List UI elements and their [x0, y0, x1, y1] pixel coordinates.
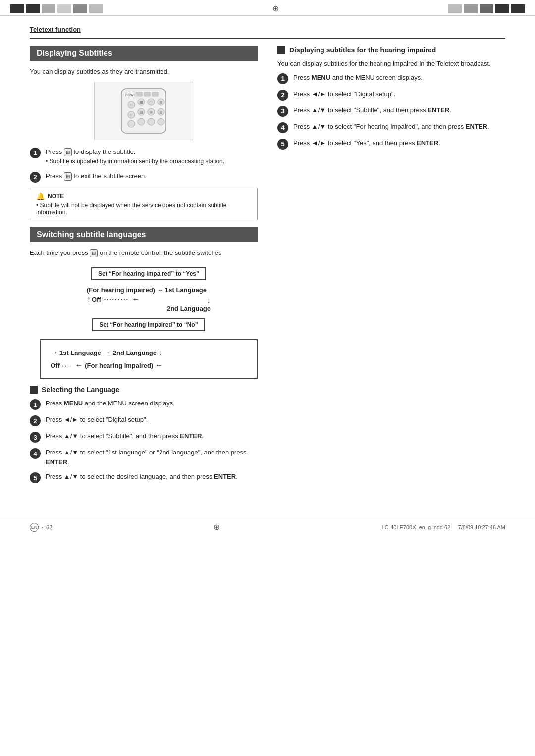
hearing-impaired-label: (For hearing impaired) → 1st Language — [87, 286, 207, 294]
note-body: Subtitle will not be displayed when the … — [36, 202, 226, 216]
blank-spacer — [140, 296, 161, 303]
section-heading: Teletext function — [30, 26, 505, 33]
reg-box-r5 — [511, 4, 525, 13]
step-item-1: 1 Press ⊞ to display the subtitle. • Sub… — [30, 147, 258, 166]
off-label-2: Off — [51, 362, 60, 369]
svg-point-21 — [128, 120, 135, 127]
off-row: ↑ Off ········· ← — [87, 295, 161, 303]
h-num-2: 2 — [277, 90, 288, 101]
second-lang-col: ↓ 2nd Language — [167, 296, 211, 312]
h-num-5: 5 — [277, 139, 288, 150]
set-yes-box: Set “For hearing impaired” to “Yes” — [91, 267, 206, 280]
file-info-text: LC-40LE700X_en_g.indd 62 — [381, 524, 450, 530]
first-lang-2: 1st Language — [59, 349, 101, 356]
display-subtitle-steps: 1 Press ⊞ to display the subtitle. • Sub… — [30, 147, 258, 183]
svg-text:○: ○ — [130, 113, 132, 117]
reg-box-r4 — [495, 4, 509, 13]
down-arrow-icon: ↓ — [207, 296, 211, 305]
svg-point-24 — [158, 118, 164, 125]
reg-box-r1 — [448, 4, 462, 13]
sel-text-4: Press ▲/▼ to select "1st language" or "2… — [46, 448, 258, 467]
step-text-1: Press ⊞ to display the subtitle. • Subti… — [46, 147, 224, 166]
left-column: Displaying Subtitles You can display sub… — [30, 46, 258, 488]
reg-box-2 — [26, 4, 40, 13]
step-text-2: Press ⊞ to exit the subtitle screen. — [46, 171, 147, 181]
lang-loop-diagram: → 1st Language → 2nd Language ↓ Off ····… — [40, 339, 258, 379]
lang-loop-bottom: Off ···· ← (For hearing impaired) ← — [51, 361, 247, 370]
off-label: Off — [92, 296, 101, 303]
reg-box-4 — [57, 4, 71, 13]
reg-box-r3 — [480, 4, 493, 13]
hearing-step-2: 2 Press ◄/► to select "Digital setup". — [277, 89, 505, 101]
sel-text-2: Press ◄/► to select "Digital setup". — [46, 415, 148, 425]
sel-step-5: 5 Press ▲/▼ to select the desired langua… — [30, 472, 258, 483]
for-hearing-2: (For hearing impaired) — [85, 362, 153, 369]
h-text-4: Press ▲/▼ to select "For hearing impaire… — [293, 122, 489, 132]
sel-text-5: Press ▲/▼ to select the desired language… — [46, 472, 238, 482]
svg-rect-4 — [152, 92, 158, 96]
reg-marks-right — [448, 4, 525, 13]
sel-num-5: 5 — [30, 472, 41, 483]
black-square-icon — [30, 386, 38, 394]
reg-box-5 — [73, 4, 87, 13]
black-square-hearing-icon — [277, 46, 285, 54]
page-footer: EN · 62 ⊕ LC-40LE700X_en_g.indd 62 7/8/0… — [0, 518, 535, 536]
note-header: 🔔 NOTE — [36, 192, 251, 200]
h-num-4: 4 — [277, 122, 288, 133]
dot-separator: · — [42, 524, 43, 530]
displaying-subtitles-title: Displaying Subtitles — [30, 46, 258, 61]
sel-text-3: Press ▲/▼ to select "Subtitle", and then… — [46, 431, 204, 441]
reg-box-6 — [89, 4, 103, 13]
h-text-3: Press ▲/▼ to select "Subtitle", and then… — [293, 105, 451, 115]
h-text-2: Press ◄/► to select "Digital setup". — [293, 89, 395, 99]
h-num-3: 3 — [277, 106, 288, 117]
hearing-step-4: 4 Press ▲/▼ to select "For hearing impai… — [277, 122, 505, 133]
sel-num-4: 4 — [30, 448, 41, 459]
date-info-text: 7/8/09 10:27:46 AM — [458, 524, 505, 530]
step-num-2: 2 — [30, 172, 41, 183]
h-num-1: 1 — [277, 73, 288, 84]
sel-num-3: 3 — [30, 432, 41, 443]
switching-intro: Each time you press ⊞ on the remote cont… — [30, 248, 258, 258]
sel-step-3: 3 Press ▲/▼ to select "Subtitle", and th… — [30, 431, 258, 443]
switching-title-bar: Switching subtitle languages — [30, 227, 258, 242]
note-text: • — [36, 202, 40, 209]
second-lang-2: 2nd Language — [113, 349, 157, 356]
footer-crosshair: ⊕ — [214, 522, 220, 532]
section-rule — [30, 38, 505, 39]
page-content: Teletext function Displaying Subtitles Y… — [0, 16, 535, 508]
hearing-section-title: Displaying subtitles for the hearing imp… — [277, 46, 505, 54]
page-header: ⊕ — [0, 0, 535, 16]
remote-diagram: POWER ⋯ ▦ □ ▤ — [94, 82, 193, 140]
hearing-intro: You can display subtitles for the hearin… — [277, 59, 505, 69]
set-no-box: Set “For hearing impaired” to “No” — [92, 318, 205, 331]
step-num-1: 1 — [30, 148, 41, 158]
sel-num-1: 1 — [30, 399, 41, 410]
selecting-steps: 1 Press MENU and the MENU screen display… — [30, 399, 258, 483]
step-item-2: 2 Press ⊞ to exit the subtitle screen. — [30, 171, 258, 183]
svg-text:▨: ▨ — [140, 110, 143, 114]
selecting-lang-title: Selecting the Language — [30, 386, 258, 394]
dots-icon: ········· — [104, 296, 129, 303]
right-column: Displaying subtitles for the hearing imp… — [277, 46, 505, 488]
up-arrow-icon: ↑ — [87, 295, 91, 303]
svg-text:▤: ▤ — [160, 101, 163, 104]
reg-box-1 — [10, 4, 24, 13]
sel-step-1: 1 Press MENU and the MENU screen display… — [30, 399, 258, 410]
reg-box-r2 — [464, 4, 478, 13]
sel-text-1: Press MENU and the MENU screen displays. — [46, 399, 175, 408]
down-end-arrow: ↓ — [159, 348, 162, 357]
svg-point-23 — [148, 118, 155, 125]
hearing-steps: 1 Press MENU and the MENU screen display… — [277, 73, 505, 150]
svg-text:▦: ▦ — [140, 101, 143, 104]
lang-loop-top: → 1st Language → 2nd Language ↓ — [51, 348, 247, 357]
reg-box-3 — [42, 4, 55, 13]
note-label: NOTE — [48, 193, 64, 200]
left-arrow-icon: ← — [132, 295, 140, 303]
dots-2: ···· — [62, 362, 73, 369]
page-number-area: EN · 62 — [30, 523, 52, 532]
sel-num-2: 2 — [30, 415, 41, 426]
hearing-lang-row: (For hearing impaired) → 1st Language ↑ … — [40, 286, 258, 312]
lang-diagram: Set “For hearing impaired” to “Yes” (For… — [40, 264, 258, 379]
displaying-subtitles-intro: You can display subtitles as they are tr… — [30, 67, 258, 77]
